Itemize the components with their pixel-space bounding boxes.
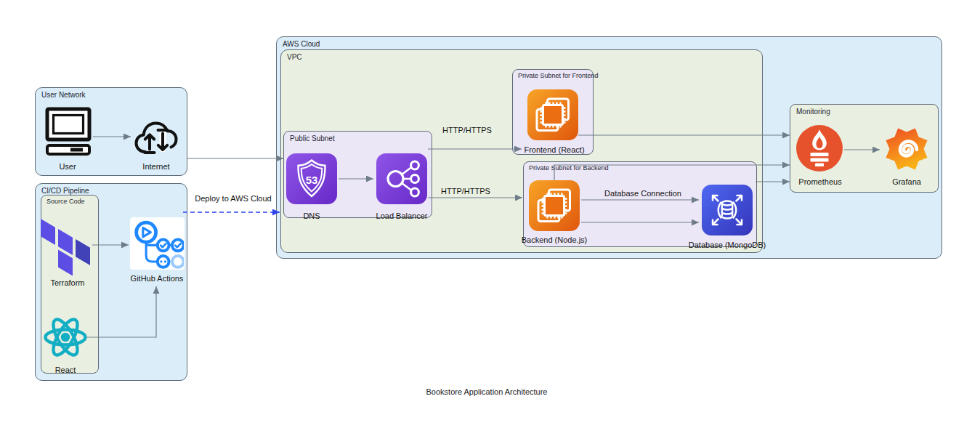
- diagram-title: Bookstore Application Architecture: [426, 387, 548, 396]
- prometheus-icon: [796, 125, 843, 172]
- prometheus-label: Prometheus: [798, 177, 841, 186]
- load-balancer-icon: [376, 153, 427, 204]
- user-computer-icon: [45, 107, 92, 158]
- group-backend-subnet-label: Private Subnet for Backend: [529, 164, 609, 172]
- github-actions-label: GitHub Actions: [131, 274, 184, 283]
- load-balancer-label: Load Balancer: [376, 212, 428, 220]
- database-mongodb-icon: [702, 185, 753, 235]
- diagram-canvas: AWS Cloud VPC Public Subnet Private Subn…: [0, 0, 980, 423]
- backend-label: Backend (Node.js): [522, 235, 588, 244]
- http-backend-edge-label: HTTP/HTTPS: [441, 187, 490, 196]
- frontend-label: Frontend (React): [524, 145, 584, 154]
- group-monitoring-label: Monitoring: [796, 108, 830, 116]
- deploy-edge-label: Deploy to AWS Cloud: [195, 194, 271, 203]
- internet-label: Internet: [142, 162, 169, 171]
- github-actions-icon: [131, 218, 184, 269]
- group-public-subnet-label: Public Subnet: [290, 134, 335, 142]
- grafana-icon: [883, 126, 931, 172]
- react-label: React: [55, 366, 76, 374]
- terraform-label: Terraform: [50, 278, 84, 287]
- database-connection-edge-label: Database Connection: [604, 189, 681, 198]
- group-user-network-label: User Network: [41, 91, 86, 99]
- database-label: Database (MongoDB): [689, 241, 766, 249]
- internet-cloud-icon: [133, 116, 179, 158]
- dns-label: DNS: [303, 212, 320, 220]
- react-icon: [42, 313, 89, 361]
- group-source-code-label: Source Code: [46, 198, 85, 205]
- user-label: User: [59, 162, 76, 171]
- frontend-compute-icon: [527, 89, 578, 140]
- grafana-label: Grafana: [892, 177, 921, 186]
- group-cicd-pipeline-label: CI/CD Pipeline: [41, 187, 89, 195]
- route53-number: 53: [306, 174, 318, 186]
- dns-route53-icon: 53: [286, 153, 337, 204]
- terraform-icon: [40, 216, 91, 277]
- group-vpc-label: VPC: [287, 53, 302, 61]
- group-aws-cloud-label: AWS Cloud: [283, 40, 320, 48]
- backend-compute-icon: [529, 180, 580, 231]
- group-frontend-subnet-label: Private Subnet for Frontend: [518, 72, 599, 79]
- http-frontend-edge-label: HTTP/HTTPS: [442, 126, 492, 134]
